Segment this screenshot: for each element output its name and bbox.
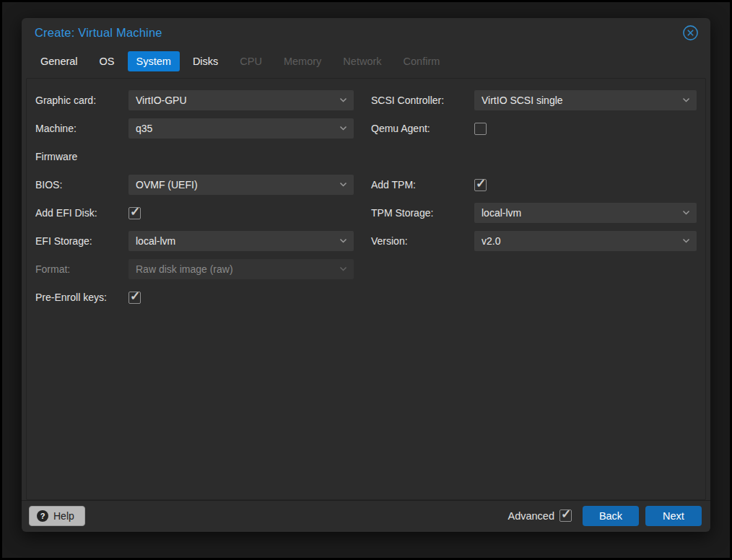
help-button[interactable]: ? Help: [29, 506, 85, 526]
tab-disks[interactable]: Disks: [184, 51, 227, 71]
tab-cpu: CPU: [231, 51, 271, 71]
add-tpm-checkbox[interactable]: [474, 179, 487, 191]
pre-enroll-keys-label: Pre-Enroll keys:: [35, 292, 128, 303]
chevron-down-icon: [339, 238, 347, 243]
dialog-footer: ? Help Advanced Back Next: [22, 500, 710, 532]
graphic-card-value: VirtIO-GPU: [136, 95, 339, 106]
format-value: Raw disk image (raw): [136, 263, 339, 275]
bios-label: BIOS:: [35, 179, 128, 191]
tab-network: Network: [334, 51, 390, 71]
chevron-down-icon: [682, 210, 690, 215]
graphic-card-label: Graphic card:: [35, 95, 128, 106]
tab-general[interactable]: General: [32, 51, 87, 71]
machine-select[interactable]: q35: [128, 118, 354, 139]
advanced-toggle: Advanced: [508, 509, 572, 522]
qemu-agent-label: Qemu Agent:: [371, 123, 474, 134]
add-efi-disk-checkbox[interactable]: [128, 207, 141, 219]
qemu-agent-checkbox[interactable]: [474, 123, 487, 135]
tab-memory: Memory: [275, 51, 330, 71]
circled-x-icon: [682, 25, 699, 41]
system-form: Graphic card: VirtIO-GPU SCSI Controller…: [35, 86, 705, 311]
chevron-down-icon: [339, 182, 347, 187]
tpm-storage-value: local-lvm: [482, 207, 682, 219]
scsi-controller-value: VirtIO SCSI single: [482, 95, 682, 106]
bios-select[interactable]: OVMF (UEFI): [128, 175, 354, 195]
graphic-card-select[interactable]: VirtIO-GPU: [128, 90, 354, 110]
chevron-down-icon: [339, 266, 347, 271]
add-tpm-label: Add TPM:: [371, 179, 474, 191]
chevron-down-icon: [339, 97, 347, 102]
tab-os[interactable]: OS: [91, 51, 123, 71]
tab-confirm: Confirm: [395, 51, 449, 71]
scsi-controller-label: SCSI Controller:: [371, 95, 474, 106]
dialog-header: Create: Virtual Machine: [22, 18, 710, 47]
efi-storage-select[interactable]: local-lvm: [128, 231, 354, 251]
machine-value: q35: [136, 123, 339, 134]
wizard-tabbar: General OS System Disks CPU Memory Netwo…: [22, 47, 710, 78]
pre-enroll-keys-checkbox[interactable]: [128, 292, 141, 304]
firmware-section-label: Firmware: [35, 151, 128, 162]
version-label: Version:: [371, 235, 474, 247]
add-efi-disk-label: Add EFI Disk:: [35, 207, 128, 219]
bios-value: OVMF (UEFI): [136, 179, 339, 191]
machine-label: Machine:: [35, 123, 128, 134]
system-tab-panel: Graphic card: VirtIO-GPU SCSI Controller…: [26, 78, 706, 500]
chevron-down-icon: [682, 97, 690, 102]
version-select[interactable]: v2.0: [474, 231, 697, 251]
format-select: Raw disk image (raw): [128, 259, 354, 279]
back-button[interactable]: Back: [583, 506, 639, 526]
create-vm-dialog: Create: Virtual Machine General OS Syste…: [22, 18, 710, 532]
efi-storage-label: EFI Storage:: [35, 235, 128, 247]
tpm-storage-label: TPM Storage:: [371, 207, 474, 219]
dialog-title: Create: Virtual Machine: [35, 26, 681, 40]
tpm-storage-select[interactable]: local-lvm: [474, 203, 697, 223]
advanced-label: Advanced: [508, 510, 555, 522]
efi-storage-value: local-lvm: [136, 235, 339, 247]
tab-system[interactable]: System: [128, 51, 180, 71]
chevron-down-icon: [682, 238, 690, 243]
question-mark-icon: ?: [37, 510, 48, 522]
format-label: Format:: [35, 263, 128, 275]
version-value: v2.0: [482, 235, 682, 247]
close-button[interactable]: [681, 24, 699, 41]
scsi-controller-select[interactable]: VirtIO SCSI single: [474, 90, 697, 110]
help-button-label: Help: [53, 510, 74, 522]
advanced-checkbox[interactable]: [559, 509, 572, 522]
next-button[interactable]: Next: [645, 506, 702, 526]
chevron-down-icon: [339, 126, 347, 131]
